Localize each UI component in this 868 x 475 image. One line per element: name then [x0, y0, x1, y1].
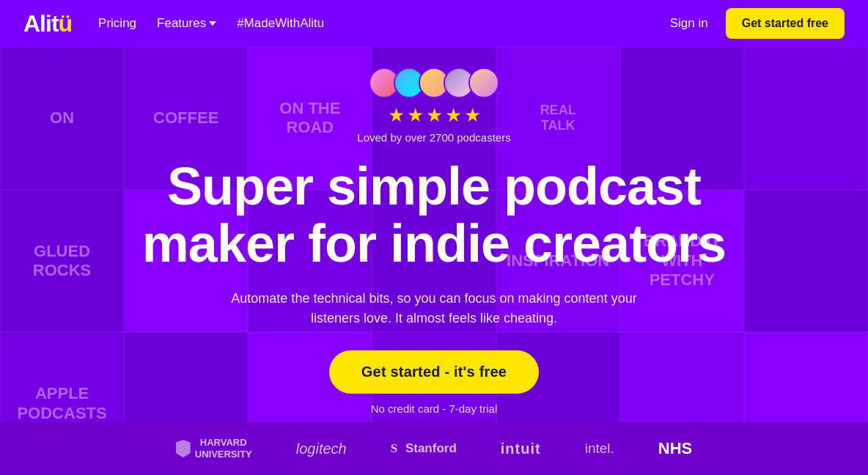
logo-stanford: S Stanford	[391, 441, 457, 456]
hero-cta-button[interactable]: Get started - it's free	[329, 350, 539, 394]
star-3: ★	[426, 104, 443, 127]
logo-intel: intel.	[585, 441, 614, 457]
hero-title: Super simple podcast maker for indie cre…	[142, 158, 726, 273]
hero-content: ★ ★ ★ ★ ★ Loved by over 2700 podcasters …	[0, 47, 868, 475]
loved-text: Loved by over 2700 podcasters	[357, 131, 510, 144]
nav-madewith[interactable]: #MadeWithAlitu	[237, 16, 324, 31]
logo-intuit: intuit	[501, 441, 541, 457]
nav-pricing[interactable]: Pricing	[98, 16, 136, 31]
logo-nhs: NHS	[658, 439, 692, 458]
star-5: ★	[464, 104, 481, 127]
nav-links: Pricing Features #MadeWithAlitu	[98, 16, 324, 31]
nav-features[interactable]: Features	[157, 16, 216, 31]
star-rating: ★ ★ ★ ★ ★	[388, 104, 481, 127]
logo-harvard: HARVARDUNIVERSITY	[176, 437, 252, 460]
nav-get-started-button[interactable]: Get started free	[726, 8, 845, 39]
avatar-5	[468, 67, 499, 98]
star-2: ★	[407, 104, 424, 127]
logo-logitech: logitech	[296, 441, 347, 457]
navbar: Alitü Pricing Features #MadeWithAlitu Si…	[0, 0, 868, 47]
no-credit-text: No credit card - 7-day trial	[371, 402, 498, 415]
user-avatars	[369, 67, 499, 98]
harvard-shield-icon	[176, 440, 191, 457]
star-4: ★	[445, 104, 462, 127]
logo[interactable]: Alitü	[23, 10, 72, 37]
star-1: ★	[388, 104, 405, 127]
logos-bar: HARVARDUNIVERSITY logitech S Stanford in…	[0, 422, 868, 475]
nav-left: Alitü Pricing Features #MadeWithAlitu	[23, 10, 324, 37]
sign-in-link[interactable]: Sign in	[670, 16, 708, 31]
hero-section: ON COFFEE ON THEROAD REALTALK GLUEDROCKS	[0, 47, 868, 475]
hero-subtitle: Automate the technical bits, so you can …	[229, 289, 639, 328]
nav-right: Sign in Get started free	[670, 8, 845, 39]
chevron-down-icon	[209, 21, 216, 26]
